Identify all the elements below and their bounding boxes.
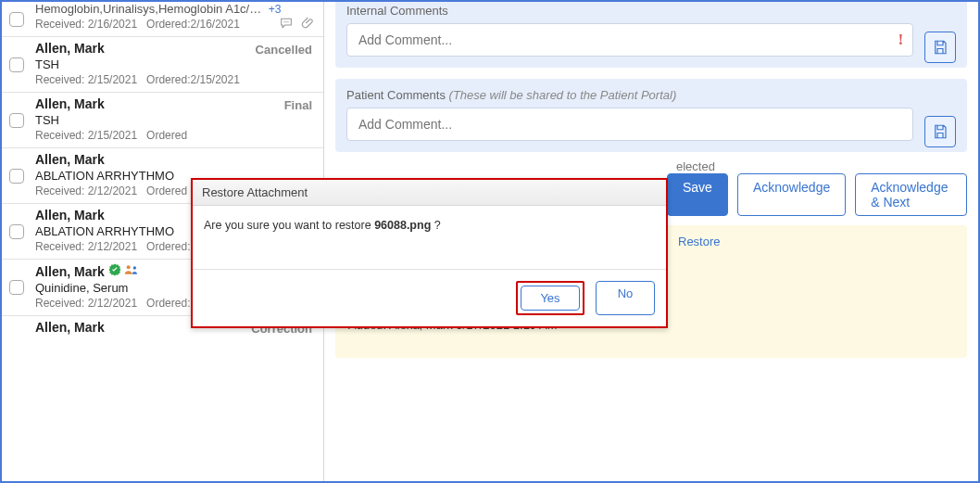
dialog-buttons: Yes No	[193, 269, 666, 326]
internal-comments-label: Internal Comments	[346, 4, 956, 18]
save-patient-comment-button[interactable]	[924, 116, 956, 147]
patient-comment-input[interactable]	[357, 116, 903, 133]
ordered-date: Ordered	[146, 129, 187, 142]
order-desc: TSH	[35, 113, 316, 127]
alert-icon: !	[898, 32, 903, 48]
internal-comment-wrap: !	[346, 23, 913, 57]
attachment-icon[interactable]	[301, 16, 316, 31]
restore-attachment-dialog: Restore Attachment Are you sure you want…	[191, 178, 668, 328]
patient-name: Allen, Mark	[35, 152, 316, 167]
row-checkbox[interactable]	[9, 280, 24, 295]
dialog-yes-button[interactable]: Yes	[521, 286, 580, 311]
received-date: Received: 2/16/2021	[35, 18, 137, 31]
save-button[interactable]: Save	[667, 173, 728, 216]
app-frame: Hemoglobin,Urinalisys,Hemoglobin A1c/… +…	[0, 0, 980, 483]
comment-icon[interactable]	[279, 16, 294, 31]
svg-point-4	[133, 266, 136, 269]
svg-point-3	[127, 265, 131, 269]
received-date: Received: 2/12/2021	[35, 240, 137, 253]
row-checkbox[interactable]	[9, 12, 24, 27]
more-count[interactable]: +3	[269, 3, 282, 16]
svg-point-1	[285, 21, 286, 22]
ordered-date: Ordered:2/16/2021	[146, 18, 240, 31]
patient-comments-label: Patient Comments (These will be shared t…	[346, 88, 956, 102]
people-icon	[124, 266, 139, 279]
acknowledge-next-button[interactable]: Acknowledge & Next	[855, 173, 967, 216]
list-item[interactable]: Allen, Mark Final TSH Received: 2/15/202…	[2, 93, 323, 148]
dialog-message: Are you sure you want to restore 96088.p…	[193, 206, 666, 269]
patient-comment-wrap	[346, 108, 913, 141]
row-checkbox[interactable]	[9, 57, 24, 72]
order-desc: Hemoglobin,Urinalisys,Hemoglobin A1c/…	[35, 2, 261, 16]
internal-comment-input[interactable]	[357, 32, 891, 48]
list-item[interactable]: Hemoglobin,Urinalisys,Hemoglobin A1c/… +…	[2, 2, 323, 37]
dialog-title: Restore Attachment	[193, 180, 666, 206]
received-date: Received: 2/12/2021	[35, 184, 137, 197]
internal-comments-panel: Internal Comments !	[335, 2, 967, 68]
order-desc: TSH	[35, 57, 316, 71]
row-checkbox[interactable]	[9, 224, 24, 239]
received-date: Received: 2/12/2021	[35, 297, 137, 310]
patient-name: Allen, Mark	[35, 96, 316, 111]
patient-comments-panel: Patient Comments (These will be shared t…	[335, 79, 967, 152]
acknowledge-button[interactable]: Acknowledge	[737, 173, 846, 216]
ordered-date: Ordered	[146, 184, 187, 197]
svg-point-2	[287, 21, 288, 22]
selected-text: elected	[324, 159, 978, 173]
dialog-no-button[interactable]: No	[596, 281, 655, 315]
svg-point-0	[283, 21, 284, 22]
status-badge: Cancelled	[256, 43, 312, 57]
ordered-date: Ordered:2/15/2021	[146, 73, 240, 86]
status-badge: Final	[284, 98, 312, 112]
save-internal-comment-button[interactable]	[924, 32, 956, 63]
list-item[interactable]: Allen, Mark Cancelled TSH Received: 2/15…	[2, 37, 323, 93]
yes-highlight: Yes	[516, 281, 584, 315]
row-checkbox[interactable]	[9, 113, 24, 128]
received-date: Received: 2/15/2021	[35, 129, 137, 142]
row-checkbox[interactable]	[9, 169, 24, 184]
verified-icon	[108, 265, 125, 279]
received-date: Received: 2/15/2021	[35, 73, 137, 86]
